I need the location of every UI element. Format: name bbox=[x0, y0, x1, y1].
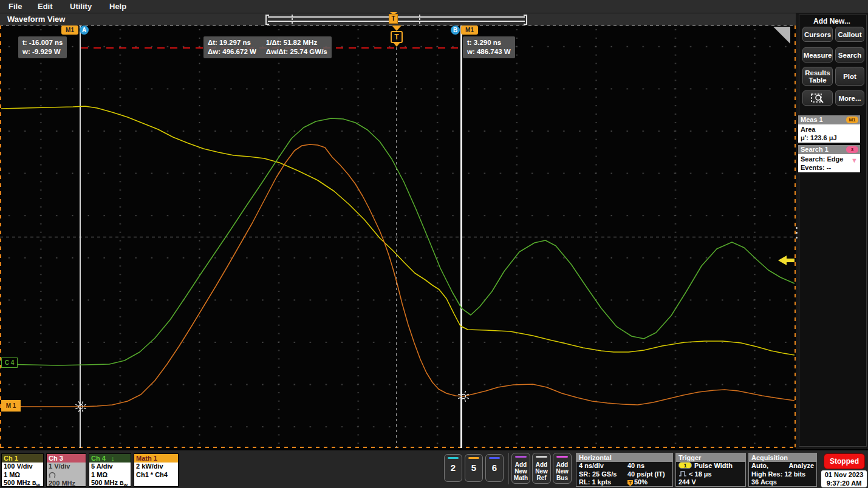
bottom-bar: Ch 1 100 V/div 1 MΩ 500 MHz BW Ch 3 1 V/… bbox=[0, 449, 868, 488]
trigger-panel[interactable]: Trigger 1Pulse Width < 18 μs 244 V bbox=[675, 453, 746, 487]
trigger-condition: < 18 μs bbox=[689, 470, 712, 478]
cursor-b-readout: t: 3.290 ns w: 486.743 W bbox=[463, 36, 515, 58]
add-measure-button[interactable]: Measure bbox=[802, 47, 833, 63]
ch1-header: Ch 1 bbox=[2, 454, 43, 463]
delta-w: Δw: 496.672 W bbox=[208, 47, 256, 56]
ch3-badge[interactable]: Ch 3 1 V/div 200 MHz BW bbox=[46, 453, 86, 487]
cursor-delta-readout: Δt: 19.297 ns 1/Δt: 51.82 MHz Δw: 496.67… bbox=[203, 36, 332, 58]
search1-type: Search: Edge bbox=[801, 155, 858, 163]
ch3-body: 1 V/div 200 MHz BW bbox=[47, 463, 86, 488]
trigger-marker-tail-icon bbox=[394, 43, 400, 47]
math1-body: 2 kW/div Ch1 * Ch4 bbox=[134, 463, 178, 479]
acquisition-header: Acquisition bbox=[749, 453, 816, 462]
math1-scale: 2 kW/div bbox=[136, 463, 176, 471]
trigger-level-arrow-icon[interactable] bbox=[778, 256, 787, 265]
add-new-title: Add New... bbox=[796, 17, 868, 25]
datetime-display: 01 Nov 2023 9:37:20 AM bbox=[821, 470, 867, 487]
menu-bar: File Edit Utility Help bbox=[0, 0, 868, 13]
view-title: Waveform View bbox=[7, 15, 65, 24]
cursor-a-badge[interactable]: A bbox=[80, 25, 89, 35]
record-length: RL: 1 kpts bbox=[579, 478, 611, 486]
add-results-table-button[interactable]: Results Table bbox=[802, 67, 833, 86]
waveform-view: Waveform View T T M1 A B M1 bbox=[0, 13, 796, 449]
acquisition-resolution: High Res: 12 bits bbox=[751, 470, 805, 478]
trigger-source-pill: 1 bbox=[678, 462, 692, 469]
delta-t: Δt: 19.297 ns bbox=[208, 38, 256, 47]
add-new-ref-button[interactable]: AddNewRef bbox=[532, 453, 551, 484]
waveform-traces bbox=[0, 25, 796, 448]
minimap-right-bracket[interactable] bbox=[524, 15, 527, 25]
cursor-a-time: t: -16.007 ns bbox=[22, 38, 63, 47]
inverse-delta-t: 1/Δt: 51.82 MHz bbox=[266, 38, 327, 47]
minimap-left-bracket[interactable] bbox=[265, 15, 269, 25]
trigger-level-arrow-stub bbox=[787, 259, 795, 262]
ch4-scale: 5 A/div bbox=[91, 463, 129, 471]
menu-help[interactable]: Help bbox=[109, 2, 126, 11]
trigger-marker-arrow-icon bbox=[392, 25, 402, 31]
horizontal-panel[interactable]: Horizontal 4 ns/div40 ns SR: 25 GS/s40 p… bbox=[576, 453, 673, 487]
math1-badge[interactable]: Math 1 2 kW/div Ch1 * Ch4 bbox=[134, 453, 179, 487]
ch6-number: 6 bbox=[486, 463, 503, 473]
run-stop-button[interactable]: Stopped bbox=[824, 453, 865, 469]
ch2-color-stripe bbox=[448, 457, 459, 459]
ch4-position-tag[interactable]: C 4 bbox=[1, 358, 18, 368]
time: 9:37:20 AM bbox=[821, 480, 867, 488]
waveform-plot[interactable]: T M1 A B M1 t: -16.007 ns w: -9.929 W Δt… bbox=[0, 25, 796, 448]
horizontal-pan-zoom-minimap[interactable]: T bbox=[265, 16, 527, 23]
zoom-mode-button[interactable] bbox=[802, 90, 833, 106]
ch1-badge[interactable]: Ch 1 100 V/div 1 MΩ 500 MHz BW bbox=[1, 453, 44, 487]
add-plot-button[interactable]: Plot bbox=[835, 67, 864, 86]
ch4-bandwidth: 500 MHz BW bbox=[91, 479, 129, 488]
ch2-enable-button[interactable]: 2 bbox=[444, 454, 462, 482]
math1-position-tag[interactable]: M 1 bbox=[1, 400, 21, 412]
ch1-bandwidth: 500 MHz BW bbox=[4, 479, 41, 488]
ch4-name: Ch 4 bbox=[91, 455, 106, 462]
meas1-body: Area μ': 123.6 μJ bbox=[798, 124, 860, 143]
probe-icon bbox=[49, 471, 56, 478]
cursor-b-source-badge[interactable]: M1 bbox=[461, 25, 478, 35]
ch3-probe-row bbox=[49, 471, 84, 480]
trigger-position-percent: T50% bbox=[627, 478, 648, 487]
horizontal-window: 40 ns bbox=[627, 462, 644, 470]
add-new-math-button[interactable]: AddNewMath bbox=[511, 453, 530, 484]
acquisition-count: 36 Acqs bbox=[751, 478, 777, 486]
ch5-enable-button[interactable]: 5 bbox=[465, 454, 483, 482]
trigger-type: Pulse Width bbox=[694, 462, 733, 469]
view-titlebar: Waveform View T bbox=[0, 13, 796, 25]
cursor-a-source-badge[interactable]: M1 bbox=[61, 25, 78, 35]
ch2-number: 2 bbox=[445, 463, 462, 473]
acquisition-mode: Auto, bbox=[751, 462, 768, 469]
panel-splitter-handle[interactable] bbox=[796, 224, 798, 242]
acquisition-panel[interactable]: Acquisition Auto,Analyze High Res: 12 bi… bbox=[748, 453, 817, 487]
plot-corner-fold-icon[interactable] bbox=[773, 27, 790, 44]
math-color-stripe bbox=[515, 456, 527, 458]
trigger-level: 244 V bbox=[678, 478, 696, 486]
meas1-badge[interactable]: Meas 1 M1 Area μ': 123.6 μJ bbox=[798, 115, 861, 143]
right-panel: Add New... Cursors Callout Measure Searc… bbox=[796, 13, 868, 449]
meas1-type: Area bbox=[801, 125, 858, 134]
ch5-number: 5 bbox=[465, 463, 482, 473]
horizontal-header: Horizontal bbox=[576, 453, 672, 462]
pulse-icon bbox=[678, 470, 687, 477]
search1-nav-icon[interactable]: ▼ bbox=[851, 156, 858, 164]
add-new-bus-button[interactable]: AddNewBus bbox=[553, 453, 572, 484]
search1-header: Search 1 3 bbox=[798, 145, 860, 154]
cursor-b-badge[interactable]: B bbox=[451, 25, 460, 35]
more-button[interactable]: More... bbox=[835, 90, 864, 106]
menu-file[interactable]: File bbox=[9, 2, 22, 11]
add-search-button[interactable]: Search bbox=[835, 47, 864, 63]
search1-body: Search: Edge Events: -- ▼ bbox=[798, 154, 860, 172]
add-callout-button[interactable]: Callout bbox=[835, 27, 864, 42]
meas1-source-pill: M1 bbox=[846, 117, 858, 123]
minimap-trigger-icon[interactable]: T bbox=[389, 14, 398, 24]
trigger-marker-icon[interactable]: T bbox=[391, 31, 403, 43]
search1-events: Events: -- bbox=[801, 163, 858, 172]
menu-edit[interactable]: Edit bbox=[38, 2, 53, 11]
ch6-enable-button[interactable]: 6 bbox=[485, 454, 504, 482]
ch4-badge[interactable]: Ch 4 ↓ 5 A/div 1 MΩ 500 MHz BW bbox=[89, 453, 131, 487]
search1-badge[interactable]: Search 1 3 Search: Edge Events: -- ▼ bbox=[798, 144, 861, 173]
menu-utility[interactable]: Utility bbox=[70, 2, 92, 11]
search1-count-pill: 3 bbox=[846, 146, 858, 153]
zoom-icon bbox=[811, 93, 824, 104]
add-cursors-button[interactable]: Cursors bbox=[802, 27, 833, 42]
